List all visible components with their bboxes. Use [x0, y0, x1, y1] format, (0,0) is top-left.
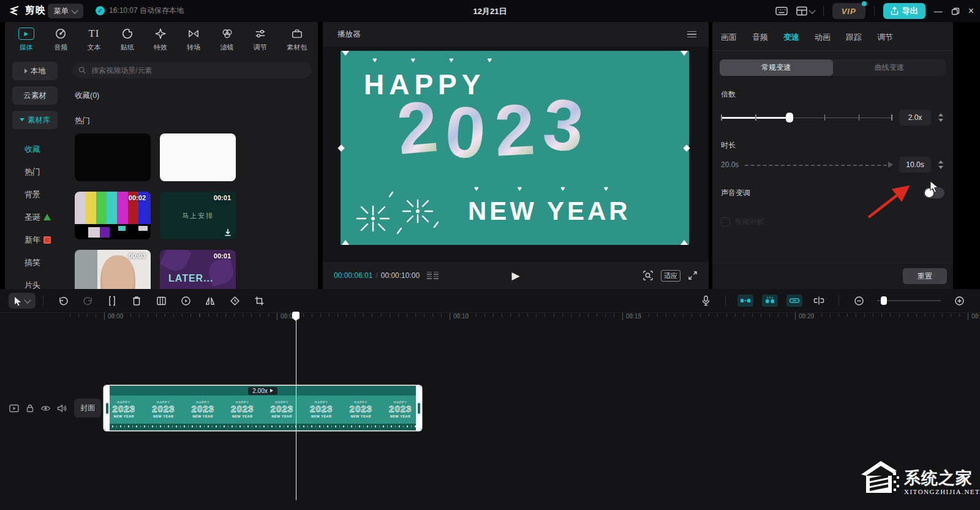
- shortcut-keyboard-icon[interactable]: [775, 6, 788, 16]
- speed-slider-handle[interactable]: [786, 113, 793, 122]
- clip-frame-thumb: HAPPY2023NEW YEAR: [223, 396, 263, 424]
- zoom-in-icon[interactable]: [954, 295, 965, 306]
- close-button[interactable]: ×: [968, 6, 974, 17]
- tab-media[interactable]: ▶ 媒体: [18, 27, 34, 52]
- fullscreen-icon[interactable]: [688, 271, 698, 280]
- sidebar-item-christmas[interactable]: 圣诞: [5, 206, 69, 228]
- player-title: 播放器: [337, 29, 361, 40]
- sidebar-item-favorites[interactable]: 收藏: [5, 138, 69, 160]
- fit-button[interactable]: 适应: [661, 270, 680, 282]
- material-thumbnail-black[interactable]: [75, 133, 151, 181]
- tab-filters[interactable]: 滤镜: [221, 27, 234, 52]
- speed-stepper[interactable]: [937, 113, 944, 122]
- sidebar-item-funny[interactable]: 搞笑: [5, 251, 69, 274]
- sidebar-item-newyear[interactable]: 新年: [5, 228, 69, 251]
- sidebar-item-intro[interactable]: 片头: [5, 274, 69, 289]
- material-thumbnail-white[interactable]: [160, 133, 236, 181]
- curve-speed-segment[interactable]: 曲线变速: [833, 59, 946, 76]
- crop-button[interactable]: [254, 295, 265, 306]
- cover-button[interactable]: 封面: [74, 399, 101, 418]
- christmas-tree-icon: [43, 214, 51, 220]
- speed-badge[interactable]: 2.00x: [248, 387, 277, 395]
- mute-track-icon[interactable]: [56, 403, 67, 413]
- reset-button[interactable]: 重置: [903, 268, 947, 284]
- preview-axis-toggle[interactable]: [813, 295, 824, 306]
- speed-slider[interactable]: [721, 113, 893, 122]
- tab-transition[interactable]: 转场: [187, 27, 200, 52]
- split-button[interactable]: [107, 295, 118, 306]
- tab-effects[interactable]: 特效: [154, 27, 167, 52]
- playhead-line[interactable]: [296, 312, 296, 500]
- link-preview-toggle[interactable]: [786, 294, 802, 307]
- duration-badge: 00:03: [129, 252, 146, 260]
- timeline-zoom-slider[interactable]: [877, 296, 941, 305]
- frame-view-icon[interactable]: [427, 272, 439, 279]
- tab-picture[interactable]: 画面: [721, 32, 737, 43]
- freeze-frame-button[interactable]: [156, 295, 167, 306]
- menu-button[interactable]: 菜单: [48, 4, 83, 18]
- sidebar-item-hot[interactable]: 热门: [5, 160, 69, 183]
- redo-button[interactable]: [82, 295, 93, 306]
- tab-text[interactable]: TI 文本: [88, 27, 101, 52]
- layout-switch-icon[interactable]: [796, 6, 815, 16]
- tab-animation[interactable]: 动画: [815, 32, 831, 43]
- tab-tracking[interactable]: 跟踪: [846, 32, 862, 43]
- preview-canvas[interactable]: ♥ ♥ ♥ ♥ HAPPY 2023 ♥ ♥ ♥ ♥ NEW YEAR: [341, 51, 689, 245]
- rotate-button[interactable]: [229, 295, 240, 306]
- track-overlay-icon[interactable]: [9, 403, 19, 413]
- speed-value[interactable]: 2.0x: [899, 110, 931, 126]
- pitch-label: 声音变调: [721, 188, 750, 198]
- arrow-down-icon: [20, 118, 24, 124]
- select-tool-button[interactable]: [9, 293, 36, 309]
- timeline-ruler[interactable]: [70, 313, 980, 317]
- selection-handle[interactable]: [680, 51, 688, 56]
- record-voiceover-button[interactable]: [700, 295, 711, 306]
- search-input[interactable]: [90, 66, 306, 75]
- selection-handle[interactable]: [342, 51, 349, 56]
- preview-text-newyear: NEW YEAR: [468, 197, 631, 226]
- export-button[interactable]: 导出: [883, 3, 925, 19]
- download-icon[interactable]: [224, 228, 232, 236]
- material-thumbnail-colorbars[interactable]: 00:02: [75, 192, 151, 239]
- selection-handle[interactable]: [680, 240, 688, 245]
- video-clip[interactable]: 2.00x HAPPY2023NEW YEAR HAPPY2023NEW YEA…: [104, 386, 421, 430]
- search-bar[interactable]: [72, 62, 312, 78]
- mirror-button[interactable]: [205, 295, 216, 306]
- selection-handle[interactable]: [342, 240, 349, 245]
- clip-trim-handle-right[interactable]: [416, 386, 421, 430]
- undo-button[interactable]: [58, 295, 69, 306]
- tab-adjustment[interactable]: 调节: [877, 32, 893, 43]
- auto-snap-toggle[interactable]: [762, 294, 778, 307]
- tab-adjust[interactable]: 调节: [254, 27, 267, 52]
- lock-track-icon[interactable]: [24, 403, 35, 413]
- sidebar-item-library[interactable]: 素材库: [12, 111, 58, 129]
- preview-quality-icon[interactable]: [643, 270, 654, 281]
- magnetic-snap-toggle[interactable]: [737, 294, 753, 307]
- player-menu-icon[interactable]: [687, 31, 696, 38]
- clip-trim-handle-left[interactable]: [104, 386, 110, 430]
- zoom-out-icon[interactable]: [853, 295, 864, 306]
- material-thumbnail-later[interactable]: LATER... 00:01: [160, 250, 236, 289]
- play-button[interactable]: ▶: [511, 269, 519, 282]
- vip-button[interactable]: VIP: [832, 3, 865, 19]
- tab-speed[interactable]: 变速: [783, 32, 799, 43]
- zoom-slider-handle[interactable]: [881, 296, 887, 305]
- tab-audio[interactable]: 音频: [54, 27, 67, 52]
- hide-track-icon[interactable]: [40, 403, 51, 413]
- sidebar-item-local[interactable]: 本地: [12, 62, 58, 80]
- tab-template-pack[interactable]: 素材包: [287, 27, 307, 52]
- duration-value[interactable]: 10.0s: [899, 157, 931, 173]
- duration-stepper[interactable]: [937, 160, 944, 169]
- delete-button[interactable]: [131, 295, 142, 306]
- reverse-button[interactable]: [180, 295, 191, 306]
- minimize-button[interactable]: —: [934, 6, 943, 16]
- tab-sticker[interactable]: 贴纸: [121, 27, 134, 52]
- material-thumbnail-face[interactable]: 00:03: [75, 250, 151, 289]
- sidebar-item-cloud[interactable]: 云素材: [12, 86, 58, 105]
- tab-audio-settings[interactable]: 音频: [752, 32, 768, 43]
- sidebar-item-background[interactable]: 背景: [5, 183, 69, 206]
- restore-window-button[interactable]: [951, 7, 960, 15]
- normal-speed-segment[interactable]: 常规变速: [720, 59, 833, 76]
- material-thumbnail-schedule[interactable]: 马上安排 00:01: [160, 192, 236, 239]
- clip-frame-thumb: HAPPY2023NEW YEAR: [341, 396, 381, 424]
